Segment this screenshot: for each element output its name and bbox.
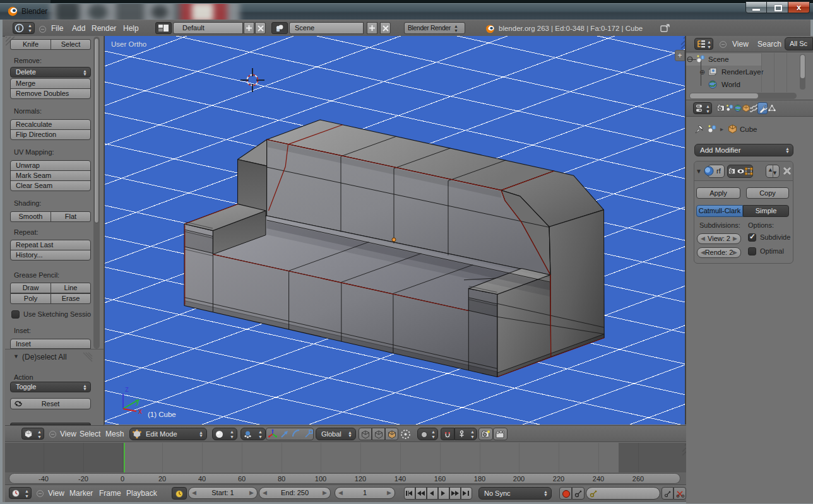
svg-text:(1) Cube: (1) Cube (148, 411, 176, 418)
svg-text:z: z (125, 385, 129, 394)
svg-text:x: x (138, 407, 142, 416)
svg-text:i: i (18, 25, 20, 32)
svg-text:y: y (136, 397, 139, 406)
svg-text:User Ortho: User Ortho (111, 40, 146, 48)
